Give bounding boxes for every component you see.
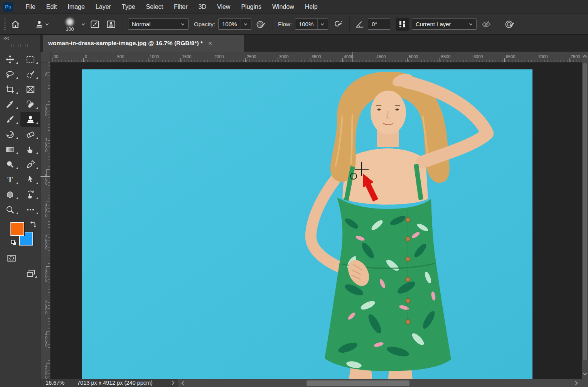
h-ruler-label: 1500 xyxy=(180,58,181,62)
quick-mask-button[interactable] xyxy=(3,251,20,266)
chevron-down-icon xyxy=(244,23,248,26)
options-separator xyxy=(273,17,273,31)
h-ruler-label: 6000 xyxy=(472,58,472,62)
tool-zoom[interactable] xyxy=(0,202,20,217)
h-ruler-label: 1000 xyxy=(148,58,148,62)
scroll-down-icon[interactable] xyxy=(583,371,587,375)
toggle-brush-settings-button[interactable] xyxy=(88,18,101,31)
menu-window[interactable]: Window xyxy=(267,0,300,14)
menu-select[interactable]: Select xyxy=(141,0,168,14)
h-ruler-label: 3500 xyxy=(310,58,310,62)
close-tab-icon[interactable]: × xyxy=(208,40,212,47)
menu-help[interactable]: Help xyxy=(300,0,323,14)
tool-type[interactable]: T xyxy=(0,172,20,187)
menu-filter[interactable]: Filter xyxy=(168,0,193,14)
tool-smudge[interactable] xyxy=(20,142,41,157)
flow-label: Flow: xyxy=(278,21,292,27)
v-ruler-label: 3500 xyxy=(46,299,50,299)
chevron-down-icon[interactable] xyxy=(81,23,85,26)
brush-preset-picker[interactable]: 100 xyxy=(61,16,78,32)
opacity-label: Opacity: xyxy=(194,21,215,27)
sample-select[interactable]: Current Layer xyxy=(412,19,477,30)
chevron-down-icon xyxy=(320,23,324,26)
status-expand-icon[interactable] xyxy=(170,380,174,385)
edit-toolbar-button[interactable] xyxy=(20,202,41,217)
swap-colors-icon[interactable] xyxy=(29,221,37,229)
menu-layer[interactable]: Layer xyxy=(90,0,116,14)
document-tab[interactable]: woman-in-dress-sample-image.jpg @ 16.7% … xyxy=(43,35,244,52)
toggle-clone-source-button[interactable] xyxy=(104,18,118,31)
tool-crop[interactable] xyxy=(0,82,20,97)
airbrush-icon xyxy=(332,19,343,30)
ignore-adjustment-layers-button[interactable] xyxy=(480,18,493,31)
options-separator xyxy=(349,17,350,31)
tool-lasso[interactable] xyxy=(0,67,20,82)
menu-type[interactable]: Type xyxy=(116,0,141,14)
tool-clone-stamp[interactable] xyxy=(20,112,41,127)
document-info[interactable]: 7013 px x 4912 px (240 ppcm) xyxy=(77,380,153,386)
scroll-left-icon[interactable] xyxy=(181,381,185,385)
scroll-right-icon[interactable] xyxy=(573,381,578,385)
h-ruler-label: 4500 xyxy=(375,58,375,62)
default-colors-icon[interactable] xyxy=(10,239,18,247)
tool-dodge[interactable] xyxy=(0,157,20,172)
tool-eraser[interactable] xyxy=(20,127,41,142)
brush-angle-field[interactable]: 0° xyxy=(368,19,390,30)
tool-pen[interactable] xyxy=(20,157,41,172)
menu-plugins[interactable]: Plugins xyxy=(236,0,266,14)
tool-eyedropper[interactable] xyxy=(0,97,20,112)
menu-image[interactable]: Image xyxy=(62,0,90,14)
pressure-opacity-button[interactable] xyxy=(254,18,268,31)
menu-file[interactable]: File xyxy=(20,0,41,14)
vertical-scrollbar-thumb[interactable] xyxy=(583,63,587,360)
tool-rotate-view[interactable] xyxy=(20,187,41,202)
tool-path-selection[interactable] xyxy=(20,172,41,187)
brush-angle-icon xyxy=(355,19,365,29)
h-ruler-label: 4000 xyxy=(342,58,343,62)
tool-frame[interactable] xyxy=(20,82,41,97)
options-grip[interactable] xyxy=(4,18,6,31)
status-bar: 16.67% 7013 px x 4912 px (240 ppcm) xyxy=(40,379,588,387)
foreground-color-swatch[interactable] xyxy=(10,222,24,236)
menu-view[interactable]: View xyxy=(212,0,236,14)
collapse-panel-button[interactable]: << xyxy=(3,35,8,41)
opacity-field[interactable]: 100% xyxy=(218,19,251,30)
document-canvas-image[interactable] xyxy=(82,69,532,379)
blend-mode-select[interactable]: Normal xyxy=(128,19,189,30)
panel-drag-handle[interactable] xyxy=(9,44,32,47)
tool-preset-picker[interactable] xyxy=(32,18,51,31)
sample-value: Current Layer xyxy=(416,21,466,27)
aligned-sample-button[interactable] xyxy=(396,18,409,31)
screen-mode-button[interactable] xyxy=(22,266,39,281)
photoshop-logo[interactable]: Ps xyxy=(3,2,13,12)
home-button[interactable] xyxy=(9,18,22,31)
horizontal-scrollbar-thumb[interactable] xyxy=(307,380,409,386)
airbrush-button[interactable] xyxy=(331,18,344,31)
svg-text:T: T xyxy=(7,175,13,184)
tool-rectangular-marquee[interactable] xyxy=(20,52,41,67)
tool-brush[interactable] xyxy=(0,112,20,127)
zoom-level-field[interactable]: 16.67% xyxy=(45,380,64,386)
vertical-scrollbar[interactable] xyxy=(582,52,588,379)
brush-size-value: 100 xyxy=(66,27,74,32)
flow-field[interactable]: 100% xyxy=(295,19,328,30)
scroll-up-icon[interactable] xyxy=(583,55,587,59)
menu-3d[interactable]: 3D xyxy=(193,0,212,14)
tool-shape[interactable] xyxy=(0,187,20,202)
h-ruler-label: 5000 xyxy=(407,58,408,62)
canvas-pasteboard[interactable] xyxy=(51,62,582,379)
tool-move[interactable] xyxy=(0,52,20,67)
tool-gradient[interactable] xyxy=(0,142,20,157)
menu-edit[interactable]: Edit xyxy=(41,0,62,14)
h-ruler-label: 7500 xyxy=(569,58,569,62)
tool-spot-healing-brush[interactable] xyxy=(20,97,41,112)
horizontal-scrollbar[interactable] xyxy=(178,379,582,387)
h-ruler-label: 00 xyxy=(52,58,52,62)
pressure-size-button[interactable] xyxy=(503,18,516,31)
tool-quick-selection[interactable] xyxy=(20,67,41,82)
tool-options-bar: 100 Normal Opacity: 100% xyxy=(0,14,588,35)
tool-history-brush[interactable] xyxy=(0,127,20,142)
tool-grid: T xyxy=(0,52,40,217)
document-tab-title: woman-in-dress-sample-image.jpg @ 16.7% … xyxy=(48,40,203,47)
h-ruler-label: 7000 xyxy=(537,58,537,62)
